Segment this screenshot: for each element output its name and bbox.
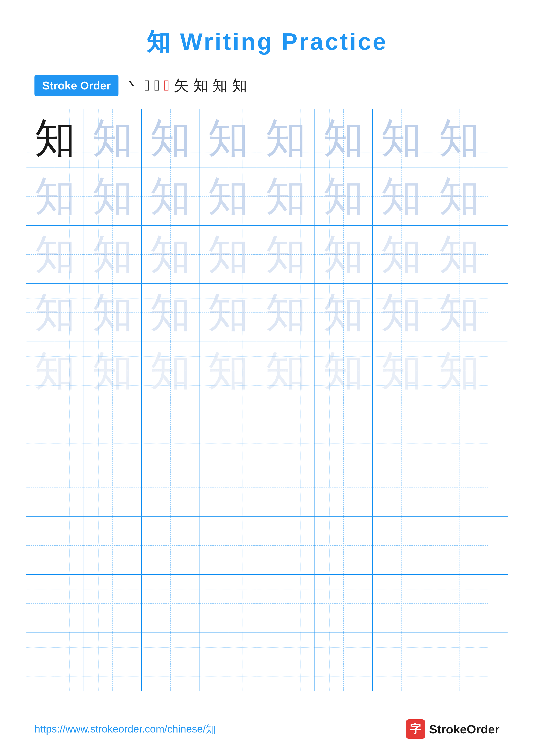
brand-name: StrokeOrder [429, 722, 499, 736]
grid-cell[interactable] [199, 517, 257, 574]
grid-cell[interactable] [84, 458, 142, 516]
grid-cell[interactable]: 知 [199, 284, 257, 341]
character-guide: 知 [208, 176, 249, 217]
grid-cell[interactable]: 知 [199, 342, 257, 400]
grid-cell[interactable] [26, 400, 84, 458]
grid-cell[interactable] [199, 575, 257, 633]
grid-cell[interactable]: 知 [26, 342, 84, 400]
grid-cell[interactable]: 知 [315, 109, 373, 167]
grid-cell[interactable] [257, 575, 315, 633]
grid-cell[interactable]: 知 [430, 284, 488, 341]
character-guide: 知 [150, 118, 191, 159]
grid-cell[interactable] [315, 400, 373, 458]
grid-cell[interactable] [84, 575, 142, 633]
grid-cell[interactable]: 知 [199, 226, 257, 284]
grid-cell[interactable]: 知 [315, 168, 373, 225]
grid-cell[interactable]: 知 [257, 284, 315, 341]
grid-cell[interactable]: 知 [315, 284, 373, 341]
grid-cell[interactable]: 知 [430, 226, 488, 284]
grid-cell[interactable]: 知 [257, 109, 315, 167]
grid-cell[interactable] [26, 458, 84, 516]
grid-cell[interactable]: 知 [315, 342, 373, 400]
grid-cell[interactable]: 知 [373, 109, 430, 167]
grid-cell[interactable]: 知 [84, 226, 142, 284]
grid-cell[interactable] [199, 400, 257, 458]
footer-url[interactable]: https://www.strokeorder.com/chinese/知 [35, 722, 216, 736]
grid-cell[interactable] [257, 400, 315, 458]
grid-cell[interactable] [430, 517, 488, 574]
grid-cell[interactable] [430, 575, 488, 633]
grid-cell[interactable]: 知 [84, 168, 142, 225]
grid-cell[interactable]: 知 [142, 284, 199, 341]
character-guide: 知 [266, 350, 306, 392]
grid-cell[interactable]: 知 [373, 342, 430, 400]
grid-cell[interactable] [315, 517, 373, 574]
character-guide: 知 [92, 350, 133, 392]
grid-cell[interactable]: 知 [257, 168, 315, 225]
stroke-order-badge: Stroke Order [35, 75, 118, 96]
grid-cell[interactable]: 知 [257, 342, 315, 400]
character-guide: 知 [208, 118, 249, 159]
grid-cell[interactable] [430, 633, 488, 691]
grid-cell[interactable] [142, 575, 199, 633]
grid-row: 知 知 知 知 知 知 知 知 [26, 342, 508, 400]
stroke-4: 𠄌 [164, 77, 169, 94]
character-guide: 知 [381, 292, 422, 333]
character-guide: 知 [381, 350, 422, 392]
character-guide: 知 [208, 350, 249, 392]
grid-cell[interactable] [373, 400, 430, 458]
grid-cell[interactable] [26, 517, 84, 574]
grid-cell[interactable] [257, 633, 315, 691]
grid-cell[interactable] [373, 633, 430, 691]
practice-grid[interactable]: 知 知 知 知 知 知 知 知 [26, 109, 508, 691]
grid-cell[interactable]: 知 [26, 109, 84, 167]
grid-cell[interactable] [142, 458, 199, 516]
grid-cell[interactable]: 知 [84, 284, 142, 341]
character-guide: 知 [150, 176, 191, 217]
grid-cell[interactable]: 知 [142, 168, 199, 225]
grid-cell[interactable] [84, 400, 142, 458]
grid-cell[interactable]: 知 [199, 109, 257, 167]
grid-cell[interactable] [315, 458, 373, 516]
grid-cell[interactable]: 知 [315, 226, 373, 284]
grid-cell[interactable] [373, 517, 430, 574]
grid-cell[interactable]: 知 [373, 168, 430, 225]
grid-cell[interactable] [142, 517, 199, 574]
grid-cell[interactable]: 知 [84, 109, 142, 167]
grid-cell[interactable] [373, 575, 430, 633]
grid-cell[interactable]: 知 [26, 284, 84, 341]
grid-cell[interactable] [26, 575, 84, 633]
grid-cell[interactable]: 知 [199, 168, 257, 225]
grid-cell[interactable] [430, 400, 488, 458]
grid-cell[interactable]: 知 [26, 226, 84, 284]
character-guide: 知 [208, 292, 249, 333]
grid-cell[interactable] [84, 633, 142, 691]
grid-cell[interactable]: 知 [142, 226, 199, 284]
grid-cell[interactable]: 知 [257, 226, 315, 284]
grid-cell[interactable]: 知 [430, 342, 488, 400]
grid-cell[interactable]: 知 [84, 342, 142, 400]
grid-cell[interactable] [373, 458, 430, 516]
grid-cell[interactable] [430, 458, 488, 516]
grid-cell[interactable]: 知 [26, 168, 84, 225]
grid-cell[interactable] [84, 517, 142, 574]
grid-cell[interactable] [142, 400, 199, 458]
grid-row [26, 517, 508, 575]
grid-cell[interactable] [142, 633, 199, 691]
grid-cell[interactable]: 知 [373, 284, 430, 341]
grid-cell[interactable] [26, 633, 84, 691]
grid-cell[interactable] [199, 633, 257, 691]
grid-cell[interactable]: 知 [142, 342, 199, 400]
character-guide: 知 [35, 234, 75, 275]
grid-cell[interactable]: 知 [430, 109, 488, 167]
grid-cell[interactable]: 知 [142, 109, 199, 167]
grid-cell[interactable]: 知 [373, 226, 430, 284]
grid-cell[interactable] [257, 458, 315, 516]
grid-cell[interactable] [315, 575, 373, 633]
grid-cell[interactable] [199, 458, 257, 516]
grid-cell[interactable] [257, 517, 315, 574]
grid-cell[interactable]: 知 [430, 168, 488, 225]
grid-cell[interactable] [315, 633, 373, 691]
character-guide: 知 [381, 118, 422, 159]
grid-row: 知 知 知 知 知 知 知 知 [26, 109, 508, 168]
